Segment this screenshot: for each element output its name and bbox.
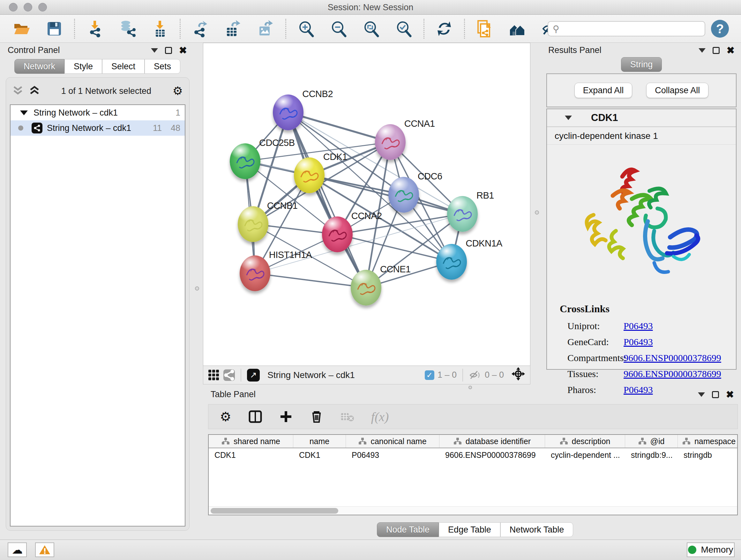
results-panel-float-icon[interactable] bbox=[713, 47, 720, 54]
network-node-cdkn1a[interactable] bbox=[436, 244, 467, 280]
tab-node-table[interactable]: Node Table bbox=[377, 522, 439, 537]
table-hscrollbar-thumb[interactable] bbox=[211, 508, 338, 514]
node-label-cdk1: CDK1 bbox=[323, 152, 347, 162]
network-row[interactable]: String Network – cdk1 11 48 bbox=[10, 120, 185, 136]
column-header-shared-name[interactable]: shared name bbox=[209, 435, 293, 448]
table-panel-float-icon[interactable] bbox=[712, 391, 719, 398]
network-node-cdc25b[interactable] bbox=[230, 143, 260, 179]
column-header-description[interactable]: description bbox=[545, 435, 625, 448]
crosslink-row: Tissues:9606.ENSP00000378699 bbox=[560, 368, 736, 379]
table-cell[interactable]: P06493 bbox=[346, 448, 440, 462]
table-row[interactable]: CDK1CDK1P064939606.ENSP00000378699cyclin… bbox=[209, 448, 737, 462]
grid-view-icon[interactable] bbox=[208, 370, 219, 380]
table-cell[interactable]: cyclin-dependent ... bbox=[545, 448, 625, 462]
network-node-ccnb2[interactable] bbox=[273, 95, 304, 130]
column-header--id[interactable]: @id bbox=[625, 435, 678, 448]
expand-all-icon[interactable] bbox=[29, 85, 40, 97]
detach-view-icon[interactable]: ↗ bbox=[247, 369, 260, 381]
crosslink-link[interactable]: P06493 bbox=[623, 336, 653, 348]
tab-string[interactable]: String bbox=[621, 57, 662, 72]
zoom-fit-icon[interactable] bbox=[362, 20, 380, 38]
protein-structure-thumbnail bbox=[240, 255, 270, 291]
apply-style-refresh-icon[interactable] bbox=[435, 20, 453, 38]
column-header-canonical-name[interactable]: canonical name bbox=[346, 435, 440, 448]
network-share-icon[interactable] bbox=[223, 369, 235, 381]
zoom-selected-icon[interactable] bbox=[395, 20, 413, 38]
table-cell[interactable]: CDK1 bbox=[293, 448, 346, 462]
network-node-cdc6[interactable] bbox=[388, 177, 419, 212]
function-builder-icon[interactable]: f(x) bbox=[371, 409, 389, 424]
right-splitter-handle[interactable] bbox=[535, 210, 539, 214]
network-node-ccna1[interactable] bbox=[375, 124, 406, 160]
import-network-from-database-icon[interactable] bbox=[118, 20, 136, 38]
string-protein-query-icon[interactable] bbox=[509, 20, 526, 38]
results-panel-menu-icon[interactable] bbox=[698, 48, 705, 53]
crosslink-link[interactable]: P06493 bbox=[623, 320, 653, 331]
cloud-status-button[interactable]: ☁ bbox=[8, 543, 27, 557]
network-node-ccnb1[interactable] bbox=[238, 206, 268, 242]
clone-network-icon[interactable] bbox=[476, 20, 494, 38]
protein-structure-thumbnail bbox=[375, 124, 406, 160]
show-columns-icon[interactable] bbox=[249, 410, 262, 423]
column-header-namespace[interactable]: namespace bbox=[678, 435, 738, 448]
column-header-label: @id bbox=[650, 437, 665, 446]
network-node-ccna2[interactable] bbox=[322, 216, 353, 252]
import-table-icon[interactable] bbox=[151, 20, 169, 38]
table-cell[interactable]: CDK1 bbox=[209, 448, 293, 462]
control-panel-menu-icon[interactable] bbox=[151, 48, 158, 53]
import-network-icon[interactable] bbox=[86, 20, 104, 38]
crosslink-link[interactable]: 9606.ENSP00000378699 bbox=[623, 368, 721, 379]
table-panel-menu-icon[interactable] bbox=[698, 392, 705, 397]
control-panel-float-icon[interactable] bbox=[165, 47, 172, 54]
table-cell[interactable]: stringdb:9... bbox=[625, 448, 678, 462]
tab-network-table[interactable]: Network Table bbox=[500, 522, 574, 537]
crosslink-link[interactable]: 9606.ENSP00000378699 bbox=[623, 353, 721, 363]
network-options-gear-icon[interactable]: ⚙ bbox=[173, 84, 183, 98]
network-collection-row[interactable]: String Network – cdk1 1 bbox=[10, 105, 185, 120]
table-settings-gear-icon[interactable]: ⚙ bbox=[220, 409, 231, 424]
tab-sets[interactable]: Sets bbox=[145, 59, 180, 74]
birds-eye-view-icon[interactable] bbox=[511, 367, 526, 383]
search-input[interactable] bbox=[562, 24, 704, 34]
expand-all-button[interactable]: Expand All bbox=[575, 83, 632, 98]
network-node-hist1h1a[interactable] bbox=[240, 255, 270, 291]
export-network-icon[interactable] bbox=[192, 20, 209, 38]
results-panel-close-icon[interactable]: ✖ bbox=[727, 47, 735, 54]
open-session-icon[interactable] bbox=[13, 20, 30, 38]
network-node-cdk1[interactable] bbox=[294, 158, 325, 193]
memory-button[interactable]: Memory bbox=[687, 543, 735, 557]
export-image-icon[interactable] bbox=[257, 20, 274, 38]
table-cell[interactable]: stringdb bbox=[678, 448, 738, 462]
network-node-ccne1[interactable] bbox=[351, 270, 381, 306]
warnings-button[interactable] bbox=[35, 543, 54, 557]
tab-select[interactable]: Select bbox=[102, 59, 145, 74]
zoom-out-icon[interactable] bbox=[330, 20, 347, 38]
gene-collapse-icon[interactable] bbox=[565, 116, 572, 120]
create-column-icon[interactable] bbox=[279, 410, 293, 423]
network-edge[interactable] bbox=[288, 112, 366, 287]
left-splitter-handle[interactable] bbox=[195, 287, 199, 291]
save-session-icon[interactable] bbox=[45, 20, 63, 38]
network-canvas[interactable]: CCNB2CCNA1CDC25BCDK1CDC6RB1CCNB1CCNA2CDK… bbox=[203, 43, 530, 366]
collapse-all-button[interactable]: Collapse All bbox=[646, 83, 709, 98]
tab-style[interactable]: Style bbox=[64, 59, 102, 74]
control-panel-close-icon[interactable]: ✖ bbox=[179, 47, 187, 54]
network-node-rb1[interactable] bbox=[447, 196, 478, 232]
collapse-all-icon[interactable] bbox=[12, 85, 23, 97]
collection-expand-icon[interactable] bbox=[20, 111, 28, 115]
export-table-icon[interactable] bbox=[224, 20, 242, 38]
table-panel-close-icon[interactable]: ✖ bbox=[726, 391, 734, 398]
column-header-database-identifier[interactable]: database identifier bbox=[440, 435, 545, 448]
table-cell[interactable]: 9606.ENSP00000378699 bbox=[440, 448, 545, 462]
tab-network[interactable]: Network bbox=[14, 59, 64, 74]
delete-column-icon[interactable] bbox=[310, 410, 323, 423]
network-name: String Network – cdk1 bbox=[47, 123, 131, 133]
column-network-icon bbox=[560, 437, 568, 445]
zoom-in-icon[interactable] bbox=[297, 20, 315, 38]
selected-checkbox-icon[interactable]: ✓ bbox=[425, 370, 434, 380]
help-button[interactable]: ? bbox=[711, 20, 729, 38]
delete-table-icon[interactable] bbox=[340, 410, 354, 423]
tab-edge-table[interactable]: Edge Table bbox=[439, 522, 500, 537]
column-header-name[interactable]: name bbox=[293, 435, 346, 448]
network-edge[interactable] bbox=[255, 273, 366, 287]
